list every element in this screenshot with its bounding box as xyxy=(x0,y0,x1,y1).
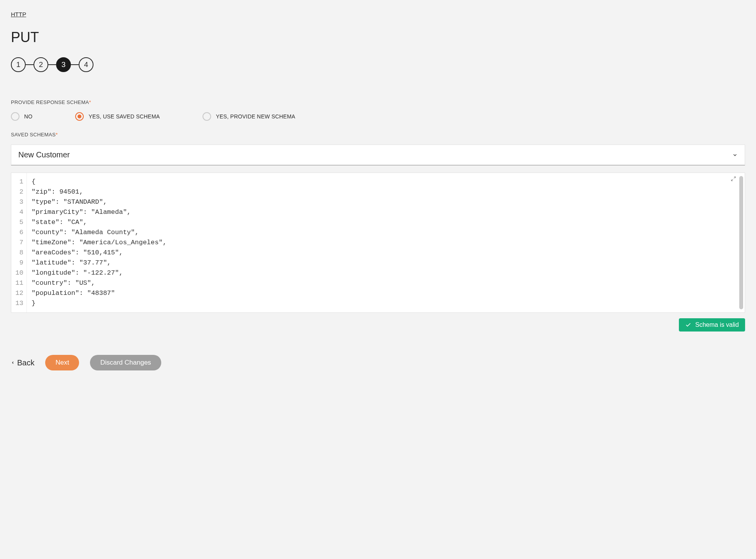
radio-dot-icon xyxy=(78,115,81,118)
schema-valid-badge: Schema is valid xyxy=(679,318,745,332)
chevron-left-icon xyxy=(11,360,15,366)
next-button[interactable]: Next xyxy=(45,355,79,370)
radio-icon xyxy=(75,112,84,121)
saved-schemas-label: SAVED SCHEMAS* xyxy=(11,132,745,138)
radio-option-saved-schema[interactable]: YES, USE SAVED SCHEMA xyxy=(75,112,160,121)
required-marker: * xyxy=(56,132,58,138)
step-3[interactable]: 3 xyxy=(56,57,71,72)
response-schema-radio-group: NO YES, USE SAVED SCHEMA YES, PROVIDE NE… xyxy=(11,112,745,121)
step-1[interactable]: 1 xyxy=(11,57,26,72)
radio-option-no[interactable]: NO xyxy=(11,112,32,121)
stepper: 1 2 3 4 xyxy=(11,57,745,72)
schema-code-editor[interactable]: 12345678910111213 {"zip": 94501,"type": … xyxy=(11,173,745,313)
radio-icon xyxy=(11,112,19,121)
footer-buttons: Back Next Discard Changes xyxy=(11,355,745,370)
radio-icon xyxy=(203,112,211,121)
expand-icon[interactable] xyxy=(731,176,736,182)
saved-schemas-select[interactable]: New Customer xyxy=(11,145,745,166)
step-4[interactable]: 4 xyxy=(79,57,93,72)
required-marker: * xyxy=(89,99,91,105)
scrollbar[interactable] xyxy=(739,176,743,309)
radio-label: YES, USE SAVED SCHEMA xyxy=(88,113,160,120)
back-label: Back xyxy=(17,358,34,367)
validation-message: Schema is valid xyxy=(695,321,739,328)
step-connector xyxy=(71,64,79,65)
label-text: PROVIDE RESPONSE SCHEMA xyxy=(11,99,89,105)
select-value: New Customer xyxy=(18,150,70,159)
code-gutter: 12345678910111213 xyxy=(11,173,27,312)
response-schema-label: PROVIDE RESPONSE SCHEMA* xyxy=(11,99,745,105)
step-2[interactable]: 2 xyxy=(33,57,48,72)
breadcrumb-http[interactable]: HTTP xyxy=(11,11,26,18)
step-connector xyxy=(26,64,33,65)
radio-option-new-schema[interactable]: YES, PROVIDE NEW SCHEMA xyxy=(203,112,295,121)
code-content[interactable]: {"zip": 94501,"type": "STANDARD","primar… xyxy=(27,173,745,312)
validation-row: Schema is valid xyxy=(11,318,745,332)
page-title: PUT xyxy=(11,29,745,46)
discard-changes-button[interactable]: Discard Changes xyxy=(90,355,161,370)
check-icon xyxy=(685,322,691,328)
step-connector xyxy=(48,64,56,65)
radio-label: YES, PROVIDE NEW SCHEMA xyxy=(216,113,295,120)
label-text: SAVED SCHEMAS xyxy=(11,132,56,138)
radio-label: NO xyxy=(24,113,32,120)
chevron-down-icon xyxy=(732,152,738,158)
back-button[interactable]: Back xyxy=(11,358,34,367)
